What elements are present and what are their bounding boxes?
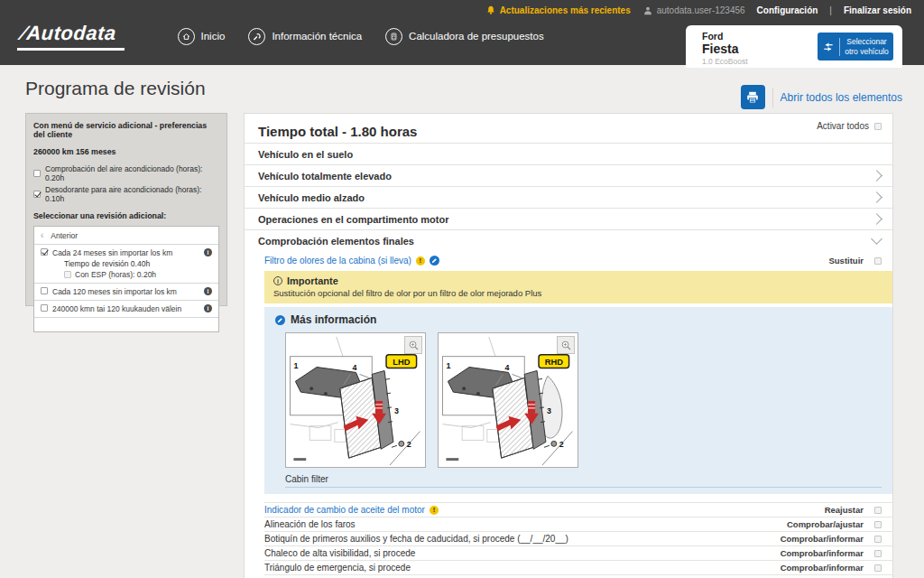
- option-desodorante: Desodorante para aire acondicionado (hor…: [33, 185, 219, 203]
- task-action: Comprobar/informar: [781, 534, 864, 544]
- cabin-filter-task-row: Filtro de olores de la cabina (si lleva)…: [264, 251, 892, 270]
- task-checkbox[interactable]: [874, 564, 882, 572]
- calculator-icon: [385, 28, 402, 45]
- important-notice: i Importante Sustitución opcional del fi…: [264, 271, 892, 303]
- task-action: Reajustar: [825, 505, 864, 515]
- task-row-botiquin: Botiquín de primeros auxilios y fecha de…: [264, 531, 892, 545]
- chevron-down-icon: [871, 233, 882, 245]
- preferences-heading: Con menú de servicio adicional - prefere…: [33, 121, 219, 139]
- task-checkbox[interactable]: [874, 257, 882, 265]
- revision-checkbox[interactable]: [41, 287, 48, 294]
- task-checkbox[interactable]: [874, 507, 882, 514]
- open-all-divider: [772, 88, 773, 107]
- magnifier-icon[interactable]: [404, 336, 422, 354]
- revision-program-panel: Tiempo total - 1.80 horas Activar todos …: [244, 113, 893, 578]
- section-vehiculo-en-el-suelo[interactable]: Vehículo en el suelo: [245, 143, 892, 164]
- option-checkbox[interactable]: [33, 170, 41, 177]
- cabin-filter-link[interactable]: Filtro de olores de la cabina (si lleva): [264, 256, 411, 266]
- vehicle-card: Ford Fiesta 1.0 EcoBoost Seleccionar otr…: [686, 25, 902, 68]
- revision-item-120-meses[interactable]: Cada 120 meses sin importar los km i: [34, 284, 218, 301]
- user-account[interactable]: autodata.user-123456: [642, 5, 745, 16]
- edit-note-icon: [275, 315, 285, 325]
- svg-text:1: 1: [446, 361, 450, 370]
- chevron-right-icon: [871, 170, 882, 182]
- revision-item-240000-km[interactable]: 240000 kmn tai 120 kuukauden välein i: [34, 301, 218, 318]
- chevron-right-icon: [871, 191, 882, 203]
- total-time: Tiempo total - 1.80 horas: [258, 121, 417, 139]
- task-action: Comprobar/informar: [781, 548, 864, 558]
- task-link[interactable]: Indicador de cambio de aceite del motor: [264, 505, 425, 515]
- task-row-indicador-aceite: Indicador de cambio de aceite del motor …: [264, 502, 892, 517]
- section-label: Vehículo totalmente elevado: [258, 171, 392, 182]
- svg-text:1: 1: [293, 361, 298, 370]
- sub-option-checkbox[interactable]: [64, 271, 71, 278]
- task-row-aerosol-neumaticos: Fecha de caducidad del aerosol de repara…: [264, 574, 892, 578]
- nav-item-informacion-tecnica[interactable]: Información técnica: [248, 28, 362, 45]
- task-action: Comprobar/ajustar: [787, 519, 864, 529]
- expanded-section-content: Filtro de olores de la cabina (si lleva)…: [245, 251, 892, 578]
- final-check-tasks: Indicador de cambio de aceite del motor …: [264, 502, 892, 578]
- svg-text:RHD: RHD: [545, 358, 564, 367]
- page-title: Programa de revisión: [25, 78, 206, 99]
- edit-note-icon[interactable]: [430, 256, 439, 266]
- task-action: Sustituir: [828, 256, 864, 266]
- revision-checkbox[interactable]: [41, 248, 48, 256]
- warning-icon: !: [430, 506, 439, 515]
- nav-item-calculadora[interactable]: Calculadora de presupuestos: [385, 28, 544, 45]
- autodata-logo[interactable]: ∕Autodata: [17, 22, 126, 51]
- select-vehicle-button[interactable]: Seleccionar otro vehículo: [818, 33, 893, 61]
- activate-all-checkbox[interactable]: [874, 123, 882, 130]
- revision-checkbox[interactable]: [41, 304, 48, 312]
- home-icon: [178, 28, 195, 45]
- select-revision-heading: Seleccionar una revisión adicional:: [33, 211, 219, 220]
- user-icon: [642, 5, 653, 16]
- back-link[interactable]: ‹ Anterior: [34, 227, 218, 245]
- svg-text:3: 3: [547, 406, 551, 415]
- revision-item-24-meses[interactable]: Cada 24 meses sin importar los km Tiempo…: [34, 245, 218, 284]
- info-icon[interactable]: i: [204, 304, 212, 312]
- svg-text:LHD: LHD: [393, 358, 410, 367]
- settings-link[interactable]: Configuración: [757, 5, 818, 15]
- svg-text:3: 3: [394, 406, 399, 415]
- svg-text:2: 2: [559, 440, 564, 449]
- swap-arrows-icon: [822, 41, 835, 53]
- section-vehiculo-totalmente-elevado[interactable]: Vehículo totalmente elevado: [245, 164, 892, 186]
- revision-sub-option: Con ESP (horas): 0.20h: [64, 270, 199, 279]
- svg-text:4: 4: [505, 363, 510, 372]
- nav-item-inicio[interactable]: Inicio: [178, 28, 226, 45]
- open-all-elements: Abrir todos los elementos: [741, 85, 902, 109]
- magnifier-icon[interactable]: [557, 336, 575, 354]
- warning-icon: !: [416, 256, 425, 266]
- info-circle-icon: i: [273, 276, 282, 285]
- task-checkbox[interactable]: [874, 521, 882, 528]
- info-icon[interactable]: i: [204, 287, 212, 295]
- section-label: Operaciones en el compartimento motor: [258, 214, 449, 225]
- button-divider: [839, 38, 840, 56]
- print-button[interactable]: [741, 85, 765, 109]
- activate-all: Activar todos: [817, 121, 882, 131]
- svg-text:2: 2: [407, 440, 411, 449]
- task-action: Comprobar/informar: [781, 563, 864, 573]
- chevron-right-icon: [871, 213, 882, 225]
- mileage-heading: 260000 km 156 meses: [33, 147, 219, 156]
- open-all-link[interactable]: Abrir todos los elementos: [781, 91, 902, 104]
- top-navigation-bar: Actualizaciones más recientes autodata.u…: [0, 0, 924, 65]
- section-vehiculo-medio-alzado[interactable]: Vehículo medio alzado: [245, 186, 892, 208]
- section-comprobacion-elementos-finales[interactable]: Comprobación elementos finales: [245, 229, 892, 251]
- info-icon[interactable]: i: [204, 248, 212, 256]
- cabin-filter-figure-rhd[interactable]: 1 4 3: [438, 332, 578, 468]
- updates-link[interactable]: Actualizaciones más recientes: [485, 5, 631, 16]
- task-checkbox[interactable]: [874, 536, 882, 543]
- cabin-filter-figure-lhd[interactable]: 1 4 3: [285, 332, 426, 468]
- service-preferences-panel: Con menú de servicio adicional - prefere…: [25, 113, 227, 306]
- logout-link[interactable]: Finalizar sesión: [844, 5, 911, 15]
- task-row-chaleco: Chaleco de alta visibilidad, si procede …: [264, 545, 892, 560]
- bell-icon: [485, 5, 496, 16]
- printer-icon: [745, 90, 760, 105]
- section-operaciones-compartimento-motor[interactable]: Operaciones en el compartimento motor: [245, 208, 892, 229]
- section-label: Comprobación elementos finales: [258, 236, 414, 247]
- task-checkbox[interactable]: [874, 550, 882, 557]
- task-row-alineacion-faros: Alineación de los faros Comprobar/ajusta…: [264, 517, 892, 531]
- option-checkbox[interactable]: [33, 191, 41, 198]
- section-label: Vehículo en el suelo: [258, 149, 353, 160]
